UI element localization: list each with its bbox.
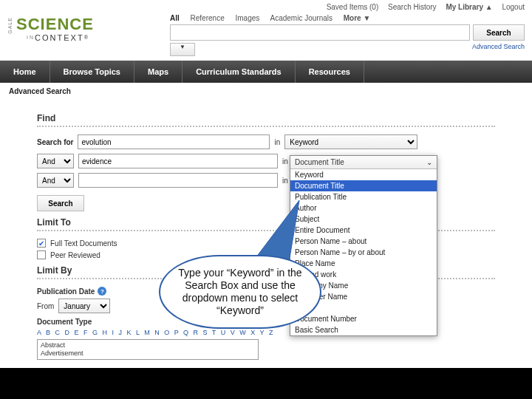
dropdown-option[interactable]: Document Title xyxy=(290,180,437,191)
search-history-link[interactable]: Search History xyxy=(388,3,437,11)
advanced-search-link[interactable]: Advanced Search xyxy=(472,43,525,56)
header: GALE SCIENCE INCONTEXT® All Reference Im… xyxy=(0,11,532,61)
search-area: All Reference Images Academic Journals M… xyxy=(170,14,525,56)
peer-checkbox[interactable] xyxy=(37,250,46,259)
search-input-3[interactable] xyxy=(78,173,278,188)
logo-word2: CONTEXT xyxy=(35,33,84,42)
logout-link[interactable]: Logout xyxy=(502,3,525,11)
callout-bubble: Type your “Keyword” in the Search Box an… xyxy=(159,255,321,329)
from-label: From xyxy=(37,302,54,310)
bool-select-2[interactable]: And xyxy=(37,154,74,168)
nav-home[interactable]: Home xyxy=(0,61,50,83)
from-month-select[interactable]: January xyxy=(58,299,110,313)
help-icon[interactable]: ? xyxy=(98,287,106,296)
global-search-input[interactable] xyxy=(170,24,470,41)
dropdown-header[interactable]: Document Title⌄ xyxy=(290,156,437,169)
dropdown-option[interactable]: Keyword xyxy=(290,169,437,180)
search-for-label: Search for xyxy=(37,138,73,146)
nav-curriculum[interactable]: Curriculum Standards xyxy=(183,61,296,83)
nav-resources[interactable]: Resources xyxy=(296,61,364,83)
in-label-3: in xyxy=(282,177,288,185)
peer-label: Peer Reviewed xyxy=(50,251,100,259)
find-search-button[interactable]: Search xyxy=(37,195,84,211)
logo-gale: GALE xyxy=(7,17,13,34)
tab-reference[interactable]: Reference xyxy=(191,14,225,22)
search-row-1: Search for in Keyword xyxy=(37,134,495,149)
svg-marker-0 xyxy=(253,200,299,262)
top-utility-bar: Saved Items (0) Search History My Librar… xyxy=(0,0,532,11)
fulltext-label: Full Text Documents xyxy=(50,239,117,248)
tab-more[interactable]: More ▼ xyxy=(344,14,371,22)
field-select-1[interactable]: Keyword xyxy=(284,134,417,149)
search-more-dropdown[interactable]: ▼ xyxy=(170,43,195,56)
site-logo: GALE SCIENCE INCONTEXT® xyxy=(7,14,170,45)
tab-all[interactable]: All xyxy=(170,14,180,22)
logo-in: IN xyxy=(27,35,35,40)
search-input-2[interactable] xyxy=(78,154,278,168)
my-library-link[interactable]: My Library ▲ xyxy=(446,3,492,11)
global-search-button[interactable]: Search xyxy=(473,24,525,41)
find-heading: Find xyxy=(37,113,495,127)
tab-journals[interactable]: Academic Journals xyxy=(270,14,332,22)
fulltext-checkbox[interactable]: ✔ xyxy=(37,239,46,248)
main-nav: Home Browse Topics Maps Curriculum Stand… xyxy=(0,61,532,83)
in-label-1: in xyxy=(274,138,280,146)
footer-bar xyxy=(0,368,532,399)
doctype-listbox[interactable]: Abstract Advertisement xyxy=(37,339,259,360)
logo-reg: ® xyxy=(84,35,89,40)
callout-tail-icon xyxy=(246,197,313,264)
in-label-2: in xyxy=(282,157,288,166)
list-item[interactable]: Advertisement xyxy=(41,349,255,358)
bool-select-3[interactable]: And xyxy=(37,173,74,188)
breadcrumb: Advanced Search xyxy=(0,83,532,100)
nav-maps[interactable]: Maps xyxy=(134,61,183,83)
nav-browse[interactable]: Browse Topics xyxy=(50,61,134,83)
tab-images[interactable]: Images xyxy=(235,14,259,22)
search-scope-tabs: All Reference Images Academic Journals M… xyxy=(170,14,525,22)
chevron-up-down-icon: ⌄ xyxy=(426,158,432,166)
saved-items-link[interactable]: Saved Items (0) xyxy=(327,3,379,11)
list-item[interactable]: Abstract xyxy=(41,341,255,349)
search-input-1[interactable] xyxy=(78,134,270,149)
tutorial-callout: Type your “Keyword” in the Search Box an… xyxy=(159,255,321,329)
